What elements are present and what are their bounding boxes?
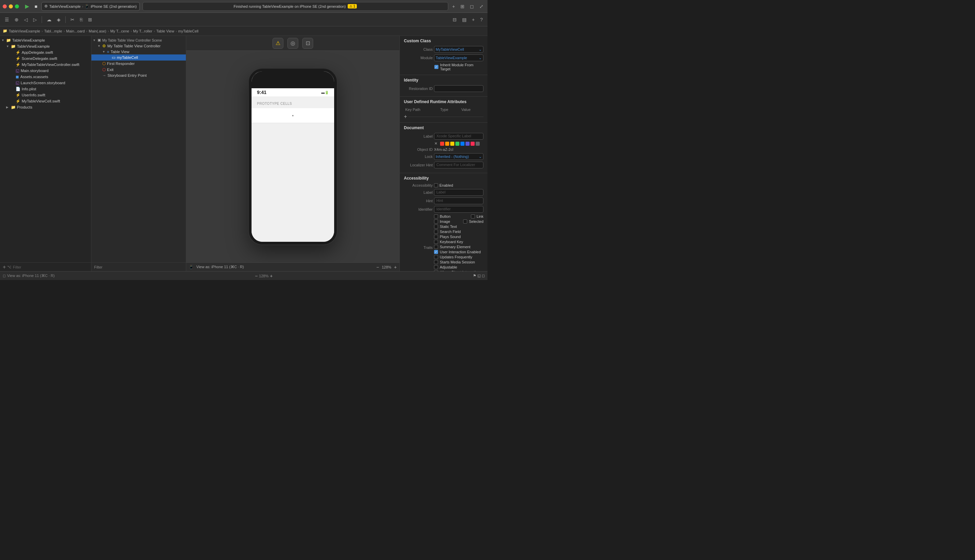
add-button[interactable]: + [451,3,457,10]
outline-cell[interactable]: ▭ myTableCell [91,55,186,60]
inspector-toggle[interactable]: ⊟ [451,15,459,24]
swatch-purple[interactable] [465,142,470,146]
tree-item-appdelegate[interactable]: ⚡ AppDelegate.swift [0,49,91,55]
swatch-red[interactable] [440,142,444,146]
tree-item-group[interactable]: ▼ 📁 TableViewExample [0,43,91,49]
breadcrumb-item-0[interactable]: 📁 [3,29,7,33]
add-runtime-attr-button[interactable]: + [404,113,407,120]
run-button[interactable]: ▶ [24,3,30,10]
minimize-button[interactable] [9,4,13,8]
full-screen-button[interactable]: ⤢ [478,3,485,10]
tree-item-userinfo[interactable]: ⚡ UserInfo.swift [0,92,91,98]
tree-item-assets[interactable]: ◼ Assets.xcassets [0,74,91,80]
breadcrumb-main1[interactable]: Main...oard [66,29,85,33]
breadcrumb-scene[interactable]: My T...cene [110,29,129,33]
trait-adjustable-checkbox[interactable] [434,265,438,269]
forward-btn[interactable]: ▷ [31,15,39,24]
window-controls[interactable]: ⊞ [459,3,466,10]
tree-item-infoplist[interactable]: 📄 Info.plist [0,86,91,92]
restoration-id-input[interactable] [434,85,483,92]
trait-search-checkbox[interactable] [434,230,438,234]
zoom-plus-button[interactable]: + [270,273,273,278]
zoom-in-button[interactable]: + [394,265,397,270]
tree-item-mytablecell[interactable]: ⚡ MyTableViewCell.swift [0,98,91,104]
status-battery: ▬🔋 [321,91,329,94]
trait-selected-checkbox[interactable] [463,220,467,223]
trait-direct-interaction-checkbox[interactable] [434,270,438,271]
breakpoint-btn[interactable]: ◈ [55,15,63,24]
stop-button[interactable]: ■ [33,4,38,9]
zoom-out-button[interactable]: − [376,265,379,270]
breadcrumb-main2[interactable]: Main(.ase) [89,29,106,33]
outline-responder[interactable]: ⬡ First Responder [91,60,186,67]
panels-button[interactable]: ◻ [468,3,475,10]
tree-item-products[interactable]: ▶ 📁 Products [0,104,91,110]
tree-item-mytablevc[interactable]: ⚡ MyTableTableViewController.swift [0,62,91,68]
breadcrumb-cell[interactable]: myTableCell [178,29,198,33]
console-toggle[interactable]: ▤ [460,15,468,24]
tree-item-mainstoryboard[interactable]: ◱ Main.storyboard [0,68,91,74]
canvas-warning-btn[interactable]: ⚠ [273,38,283,49]
acc-hint-label: Hint [404,199,433,203]
breadcrumb-tableview[interactable]: Table View [156,29,174,33]
trait-static-checkbox[interactable] [434,225,438,228]
tree-item-scenedelegate[interactable]: ⚡ SceneDelegate.swift [0,55,91,62]
cut-btn[interactable]: ✂ [69,15,77,24]
breadcrumb-controller[interactable]: My T...roller [133,29,152,33]
assets-icon: ◼ [15,74,19,79]
trait-updates-checkbox[interactable] [434,255,438,259]
swatch-blue[interactable] [460,142,465,146]
trait-plays-sound-checkbox[interactable] [434,235,438,239]
canvas-preview-btn[interactable]: ◎ [288,38,298,49]
copy-btn[interactable]: ⎘ [78,15,85,24]
back-btn[interactable]: ◁ [22,15,30,24]
trait-selected-label: Selected [469,220,483,223]
grid-btn[interactable]: ⊞ [86,15,94,24]
breadcrumb-tabl[interactable]: Tabl...mple [44,29,62,33]
breadcrumb-tableviewexample[interactable]: TableViewExample [9,29,40,33]
localizer-input[interactable]: Comment For Localizer [434,162,483,168]
swatch-yellow[interactable] [450,142,454,146]
inherit-checkbox[interactable]: ✓ [434,65,438,69]
zoom-minus-button[interactable]: − [255,273,258,278]
outline-vc[interactable]: ▼ ⚙ My Table Table View Controller [91,43,186,49]
swatch-orange[interactable] [445,142,449,146]
trait-updates-label: Updates Frequently [440,255,472,259]
swatch-pink[interactable] [471,142,475,146]
trait-button-checkbox[interactable] [434,214,438,218]
trait-user-interaction-checkbox[interactable]: ✓ [434,250,438,254]
close-button[interactable] [3,4,7,8]
scheme-selector[interactable]: ⚙ TableViewExample › 📱 iPhone SE (2nd ge… [41,2,139,11]
class-select[interactable]: MyTableViewCell ⌄ [434,46,483,53]
trait-keyboard-checkbox[interactable] [434,240,438,244]
lock-select[interactable]: Inherited - (Nothing) ⌄ [434,153,483,160]
trait-media-checkbox[interactable] [434,260,438,264]
canvas-layout-btn[interactable]: ⊡ [302,38,313,49]
swatch-gray[interactable] [476,142,480,146]
tree-item-launchscreen[interactable]: ◱ LaunchScreen.storyboard [0,80,91,86]
navigator-toggle[interactable]: ☰ [3,15,11,24]
module-select[interactable]: TableViewExample ⌄ [434,55,483,61]
status-bar-icons[interactable]: ⚑ ◱ ◻ [473,273,485,278]
acc-identifier-input[interactable]: Identifier [434,206,483,213]
outline-tableview[interactable]: ▼ ≡ Table View [91,49,186,55]
library-btn[interactable]: + [470,15,477,24]
swatch-green[interactable] [455,142,460,146]
outline-scene[interactable]: ▼ ▣ My Table Table View Controller Scene [91,37,186,43]
outline-entrypoint[interactable]: → Storyboard Entry Point [91,73,186,78]
accessibility-enabled-checkbox[interactable] [434,183,438,187]
tree-item-root[interactable]: ▼ 📁 TableViewExample [0,37,91,43]
add-file-button[interactable]: + [3,264,6,270]
trait-summary-checkbox[interactable] [434,245,438,249]
acc-hint-input[interactable]: Hint [434,197,483,204]
doc-label-input[interactable]: Xcode Specific Label [434,133,483,140]
outline-exit[interactable]: ⬡ Exit [91,67,186,73]
maximize-button[interactable] [15,4,19,8]
cloud-btn[interactable]: ☁ [45,15,54,24]
help-btn[interactable]: ? [478,15,485,24]
device-label: iPhone SE (2nd generation) [91,4,137,8]
trait-image-checkbox[interactable] [434,220,438,223]
acc-label-input[interactable]: Label [434,189,483,196]
trait-link-checkbox[interactable] [471,214,475,218]
new-file-btn[interactable]: ⊕ [13,15,21,24]
